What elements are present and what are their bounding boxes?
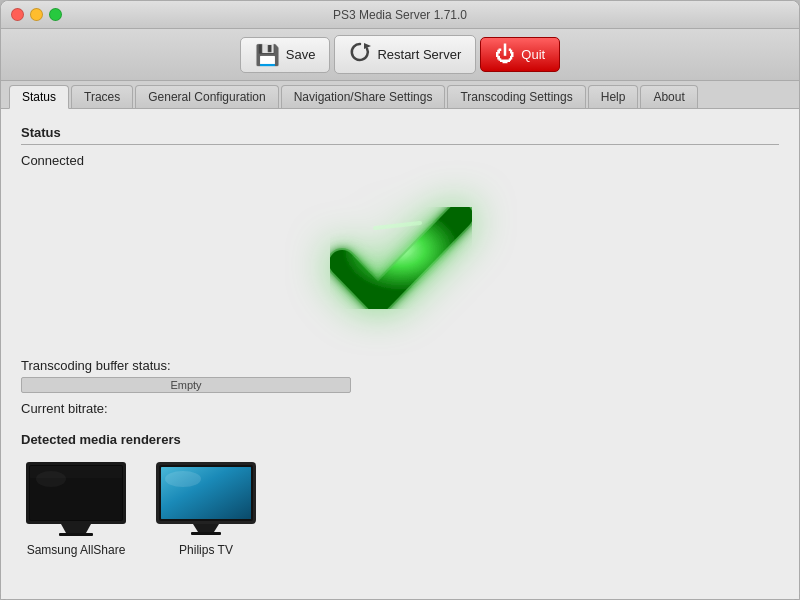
titlebar: PS3 Media Server 1.71.0 <box>1 1 799 29</box>
restart-svg <box>349 41 371 63</box>
window-title: PS3 Media Server 1.71.0 <box>333 8 467 22</box>
save-label: Save <box>286 47 316 62</box>
philips-tv-icon <box>151 457 261 537</box>
progress-bar: Empty <box>21 377 351 393</box>
samsung-tv-icon <box>21 457 131 537</box>
status-section-title: Status <box>21 125 779 140</box>
svg-rect-6 <box>59 533 93 536</box>
philips-label: Philips TV <box>179 543 233 557</box>
renderers-title: Detected media renderers <box>21 432 779 447</box>
transcoding-label: Transcoding buffer status: <box>21 358 779 373</box>
restart-label: Restart Server <box>377 47 461 62</box>
checkmark-icon <box>320 178 480 338</box>
tab-help[interactable]: Help <box>588 85 639 108</box>
window-controls <box>11 8 62 21</box>
checkmark-container <box>21 178 779 338</box>
renderers-list: Samsung AllShare <box>21 457 779 557</box>
maximize-button[interactable] <box>49 8 62 21</box>
samsung-label: Samsung AllShare <box>27 543 126 557</box>
transcoding-section: Transcoding buffer status: Empty Current… <box>21 358 779 416</box>
quit-label: Quit <box>521 47 545 62</box>
quit-icon: ⏻ <box>495 43 515 66</box>
restart-button[interactable]: Restart Server <box>334 35 476 74</box>
toolbar: 💾 Save Restart Server ⏻ Quit <box>1 29 799 81</box>
svg-marker-5 <box>61 524 91 533</box>
save-icon: 💾 <box>255 43 280 67</box>
save-button[interactable]: 💾 Save <box>240 37 331 73</box>
tab-nav-share[interactable]: Navigation/Share Settings <box>281 85 446 108</box>
tab-bar: Status Traces General Configuration Navi… <box>1 81 799 109</box>
tab-traces[interactable]: Traces <box>71 85 133 108</box>
status-section: Status Connected <box>21 125 779 168</box>
svg-marker-13 <box>193 524 219 532</box>
connection-status: Connected <box>21 153 779 168</box>
renderer-philips: Philips TV <box>151 457 261 557</box>
renderers-section: Detected media renderers <box>21 432 779 557</box>
svg-point-12 <box>165 471 201 487</box>
renderer-samsung: Samsung AllShare <box>21 457 131 557</box>
restart-icon <box>349 41 371 68</box>
minimize-button[interactable] <box>30 8 43 21</box>
status-divider <box>21 144 779 145</box>
tab-transcoding[interactable]: Transcoding Settings <box>447 85 585 108</box>
tab-status[interactable]: Status <box>9 85 69 109</box>
svg-point-7 <box>36 471 66 487</box>
quit-button[interactable]: ⏻ Quit <box>480 37 560 72</box>
transcoding-value: Empty <box>170 379 201 391</box>
svg-rect-14 <box>191 532 221 535</box>
app-window: PS3 Media Server 1.71.0 💾 Save Restart S… <box>0 0 800 600</box>
close-button[interactable] <box>11 8 24 21</box>
bitrate-label: Current bitrate: <box>21 401 779 416</box>
main-content: Status Connected <box>1 109 799 599</box>
tab-about[interactable]: About <box>640 85 697 108</box>
tab-general-config[interactable]: General Configuration <box>135 85 278 108</box>
